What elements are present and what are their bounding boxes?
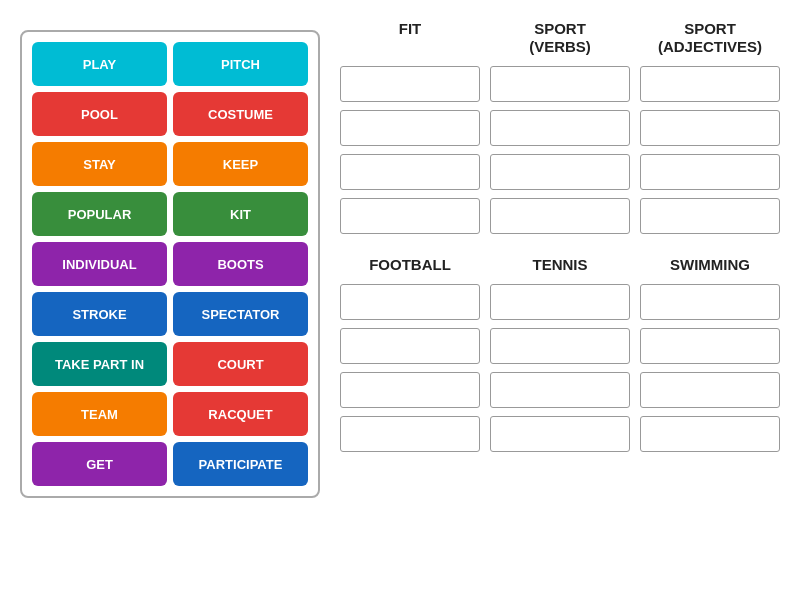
- top-row-1: [340, 66, 780, 102]
- football-input-4[interactable]: [340, 416, 480, 452]
- word-tile-costume[interactable]: COSTUME: [173, 92, 308, 136]
- word-tile-pitch[interactable]: PITCH: [173, 42, 308, 86]
- word-tile-racquet[interactable]: RACQUET: [173, 392, 308, 436]
- word-tile-stay[interactable]: STAY: [32, 142, 167, 186]
- header-sport-verbs: SPORT(VERBS): [490, 20, 630, 56]
- word-tile-take-part-in[interactable]: TAKE PART IN: [32, 342, 167, 386]
- fit-input-2[interactable]: [340, 110, 480, 146]
- word-tile-individual[interactable]: INDIVIDUAL: [32, 242, 167, 286]
- header-swimming: SWIMMING: [640, 256, 780, 274]
- top-section: FIT SPORT(VERBS) SPORT(ADJECTIVES): [340, 20, 780, 238]
- top-col-headers: FIT SPORT(VERBS) SPORT(ADJECTIVES): [340, 20, 780, 56]
- tennis-input-4[interactable]: [490, 416, 630, 452]
- football-input-2[interactable]: [340, 328, 480, 364]
- fit-input-4[interactable]: [340, 198, 480, 234]
- word-tile-spectator[interactable]: SPECTATOR: [173, 292, 308, 336]
- bottom-row-4: [340, 416, 780, 452]
- word-tile-keep[interactable]: KEEP: [173, 142, 308, 186]
- header-football: FOOTBALL: [340, 256, 480, 274]
- word-tile-play[interactable]: PLAY: [32, 42, 167, 86]
- sport-adj-input-4[interactable]: [640, 198, 780, 234]
- word-tile-popular[interactable]: POPULAR: [32, 192, 167, 236]
- word-tile-court[interactable]: COURT: [173, 342, 308, 386]
- top-row-4: [340, 198, 780, 234]
- word-tile-get[interactable]: GET: [32, 442, 167, 486]
- tennis-input-2[interactable]: [490, 328, 630, 364]
- swimming-input-3[interactable]: [640, 372, 780, 408]
- word-tile-kit[interactable]: KIT: [173, 192, 308, 236]
- sport-adj-input-2[interactable]: [640, 110, 780, 146]
- bottom-row-2: [340, 328, 780, 364]
- fit-input-1[interactable]: [340, 66, 480, 102]
- tennis-input-3[interactable]: [490, 372, 630, 408]
- header-sport-adjectives: SPORT(ADJECTIVES): [640, 20, 780, 56]
- sport-verbs-input-1[interactable]: [490, 66, 630, 102]
- swimming-input-2[interactable]: [640, 328, 780, 364]
- sport-verbs-input-2[interactable]: [490, 110, 630, 146]
- right-panel: FIT SPORT(VERBS) SPORT(ADJECTIVES) FO: [340, 20, 780, 456]
- football-input-1[interactable]: [340, 284, 480, 320]
- bottom-row-3: [340, 372, 780, 408]
- word-tile-stroke[interactable]: STROKE: [32, 292, 167, 336]
- swimming-input-4[interactable]: [640, 416, 780, 452]
- bottom-row-1: [340, 284, 780, 320]
- header-fit: FIT: [340, 20, 480, 56]
- word-tile-boots[interactable]: BOOTS: [173, 242, 308, 286]
- bottom-section: FOOTBALL TENNIS SWIMMING: [340, 256, 780, 456]
- header-tennis: TENNIS: [490, 256, 630, 274]
- word-tile-team[interactable]: TEAM: [32, 392, 167, 436]
- section-divider: [340, 238, 780, 256]
- sport-adj-input-3[interactable]: [640, 154, 780, 190]
- fit-input-3[interactable]: [340, 154, 480, 190]
- word-tile-pool[interactable]: POOL: [32, 92, 167, 136]
- bottom-col-headers: FOOTBALL TENNIS SWIMMING: [340, 256, 780, 274]
- sport-verbs-input-4[interactable]: [490, 198, 630, 234]
- football-input-3[interactable]: [340, 372, 480, 408]
- sport-verbs-input-3[interactable]: [490, 154, 630, 190]
- word-tiles-panel: PLAYPITCHPOOLCOSTUMESTAYKEEPPOPULARKITIN…: [20, 30, 320, 498]
- word-tile-participate[interactable]: PARTICIPATE: [173, 442, 308, 486]
- top-row-2: [340, 110, 780, 146]
- sport-adj-input-1[interactable]: [640, 66, 780, 102]
- tennis-input-1[interactable]: [490, 284, 630, 320]
- swimming-input-1[interactable]: [640, 284, 780, 320]
- top-row-3: [340, 154, 780, 190]
